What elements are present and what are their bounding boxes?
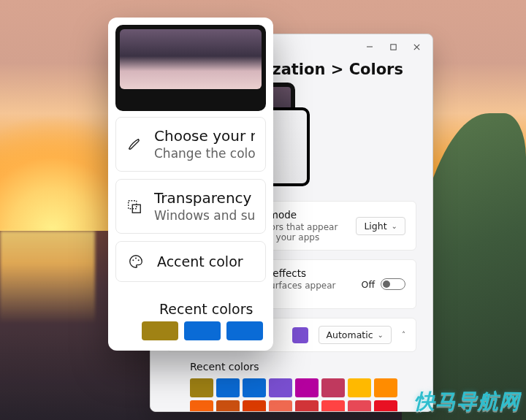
watermark-text: 快马导航网 bbox=[414, 388, 520, 416]
color-swatch[interactable] bbox=[190, 378, 213, 397]
color-swatch[interactable] bbox=[295, 378, 319, 397]
chevron-down-icon: ⌄ bbox=[392, 222, 397, 230]
color-swatch[interactable] bbox=[348, 378, 371, 397]
recent-color-swatch[interactable] bbox=[142, 321, 178, 340]
color-swatch[interactable] bbox=[321, 378, 345, 397]
colors-overview-card: Choose your mode Change the colors that … bbox=[108, 18, 273, 351]
color-swatch[interactable] bbox=[321, 400, 345, 411]
card-item-transparency[interactable]: Transparency effects Windows and surface… bbox=[115, 179, 266, 234]
card-item-choose-mode[interactable]: Choose your mode Change the colors that … bbox=[115, 117, 266, 172]
svg-point-9 bbox=[135, 257, 137, 259]
card-item-sub: Change the colors that appear bbox=[154, 146, 255, 161]
recent-color-swatch[interactable] bbox=[184, 321, 221, 340]
card-item-accent-color[interactable]: Accent color bbox=[115, 241, 266, 282]
close-button[interactable] bbox=[405, 37, 428, 57]
minimize-button[interactable] bbox=[358, 37, 381, 57]
maximize-button[interactable] bbox=[381, 37, 405, 57]
recent-colors-swatches bbox=[108, 321, 273, 351]
accent-color-value: Automatic bbox=[327, 329, 373, 340]
recent-colors-label: Recent colors bbox=[156, 301, 253, 317]
color-swatch[interactable] bbox=[374, 378, 397, 397]
color-swatch[interactable] bbox=[348, 400, 371, 411]
svg-point-8 bbox=[132, 259, 134, 261]
color-swatch[interactable] bbox=[269, 400, 292, 411]
brush-icon bbox=[126, 135, 142, 154]
color-swatch[interactable] bbox=[374, 400, 397, 411]
color-palette bbox=[190, 378, 416, 411]
chevron-down-icon: ⌄ bbox=[378, 331, 384, 339]
card-item-title: Accent color bbox=[157, 254, 243, 270]
current-accent-swatch bbox=[292, 327, 308, 343]
color-swatch[interactable] bbox=[243, 378, 266, 397]
choose-mode-value: Light bbox=[364, 221, 386, 232]
accent-color-select[interactable]: Automatic ⌄ bbox=[319, 326, 392, 344]
transparency-value: Off bbox=[362, 279, 375, 290]
card-item-title: Transparency effects bbox=[154, 190, 255, 206]
recent-color-swatch[interactable] bbox=[226, 321, 263, 340]
color-swatch[interactable] bbox=[216, 400, 240, 411]
choose-mode-select[interactable]: Light ⌄ bbox=[356, 217, 405, 235]
card-item-title: Choose your mode bbox=[154, 128, 255, 144]
color-swatch[interactable] bbox=[269, 378, 292, 397]
chevron-up-icon[interactable]: ˄ bbox=[402, 331, 405, 339]
recent-colors-heading: Recent colors bbox=[190, 361, 416, 373]
color-swatch[interactable] bbox=[243, 400, 266, 411]
color-swatch[interactable] bbox=[295, 400, 319, 411]
card-recent-colors: Recent colors bbox=[115, 289, 266, 321]
svg-rect-0 bbox=[390, 44, 395, 49]
color-swatch[interactable] bbox=[190, 400, 213, 411]
palette-icon bbox=[126, 252, 145, 271]
transparency-toggle[interactable]: Off bbox=[362, 278, 405, 290]
transparency-icon bbox=[126, 197, 142, 216]
color-swatch[interactable] bbox=[216, 378, 240, 397]
switch-off-icon bbox=[381, 278, 405, 290]
theme-preview-large bbox=[115, 25, 266, 111]
card-item-sub: Windows and surfaces appear bbox=[154, 208, 255, 223]
svg-point-10 bbox=[138, 259, 140, 261]
